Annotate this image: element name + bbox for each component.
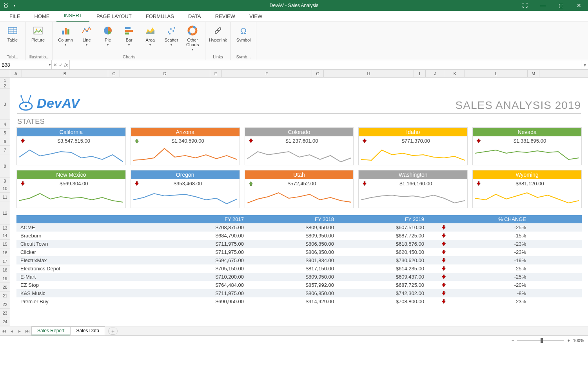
row-header[interactable]: 24 [0,317,10,326]
svg-marker-43 [21,181,25,186]
row-header[interactable]: 1 [0,78,10,83]
tab-nav-first-icon[interactable]: ⏮ [0,328,8,334]
cancel-formula-icon[interactable]: ✕ [53,62,57,68]
state-amount: $953,468.00 [140,181,236,186]
devav-logo: DevAV [17,94,80,112]
sheet-tab[interactable]: Sales Data [70,326,105,335]
minimize-button[interactable]: ― [534,0,552,11]
zoom-out-button[interactable]: − [512,338,514,343]
column-header[interactable]: I [414,70,426,77]
formula-input[interactable] [70,60,581,69]
spreadsheet-grid[interactable]: 123456789101112131415161718192021222324 … [0,78,588,326]
cell-fy2017: $708,875.00 [158,224,248,231]
tab-nav-prev-icon[interactable]: ◂ [8,328,16,334]
maximize-button[interactable]: ▢ [552,0,570,11]
column-header[interactable]: E [210,70,222,77]
row-header[interactable]: 15 [0,240,10,248]
column-header[interactable]: F [222,70,312,77]
qat-dropdown-icon[interactable]: ▾ [11,2,18,9]
ribbon-other-charts-button[interactable]: OtherCharts▾ [183,24,202,52]
row-header[interactable]: 17 [0,257,10,266]
row-header[interactable]: 5 [0,129,10,137]
row-header[interactable]: 9 [0,178,10,184]
column-header[interactable]: K [445,70,465,77]
row-header[interactable]: 12 [0,201,10,225]
ribbon-column-button[interactable]: Column▾ [56,24,75,47]
column-header[interactable]: J [426,70,445,77]
zoom-level[interactable]: 100% [573,338,584,343]
trend-down-icon [20,181,25,186]
ribbon-tab-insert[interactable]: INSERT [56,10,89,22]
ribbon-table-button[interactable]: Table [3,24,22,43]
sheet-tab[interactable]: Sales Report [31,326,70,335]
cell-fy2017: $711,975.00 [158,241,248,247]
state-card: California$3,547,515.00 [16,127,126,165]
row-header[interactable]: 13 [0,225,10,231]
table-row: ACME$708,875.00$809,950.00$607,510.00-25… [16,223,582,232]
close-button[interactable]: ✕ [570,0,588,11]
cell-fy2017: $705,150.00 [158,265,248,272]
ribbon-tab-page-layout[interactable]: PAGE LAYOUT [89,11,139,22]
cell-fy2019: $620,450.00 [338,249,428,255]
fx-icon[interactable]: fx [64,62,68,68]
new-sheet-button[interactable]: + [108,328,118,335]
select-all-cell[interactable] [0,70,10,77]
zoom-slider[interactable] [517,340,564,341]
column-header[interactable]: B [22,70,108,77]
ribbon-display-options-icon[interactable]: ⛶ [516,0,534,11]
ribbon-hyperlink-button[interactable]: Hyperlink [209,24,227,43]
row-header[interactable]: 23 [0,309,10,317]
ribbon-tab-review[interactable]: REVIEW [208,11,242,22]
cell-fy2018: $809,950.00 [248,224,338,231]
ribbon-picture-button[interactable]: Picture [29,24,47,43]
column-header[interactable]: A [10,70,22,77]
row-header[interactable]: 22 [0,300,10,309]
svg-rect-10 [62,31,64,34]
column-header[interactable]: M [528,70,539,77]
trend-down-icon [428,232,459,239]
ribbon-group-caption: Illustratio... [29,54,49,59]
ribbon-tabs: FILEHOMEINSERTPAGE LAYOUTFORMULASDATAREV… [0,11,588,22]
row-header[interactable]: 19 [0,274,10,283]
row-header[interactable]: 16 [0,248,10,257]
row-header[interactable]: 6 [0,137,10,146]
ribbon-tab-data[interactable]: DATA [181,11,208,22]
state-value-row: $1,237,601.00 [245,136,354,145]
ribbon-scatter-button[interactable]: Scatter▾ [162,24,181,47]
row-header[interactable]: 7 [0,146,10,154]
row-header[interactable]: 18 [0,266,10,274]
row-header[interactable]: 3 [0,89,10,120]
enter-formula-icon[interactable]: ✓ [59,62,63,68]
ribbon-tab-view[interactable]: VIEW [242,11,269,22]
ribbon-line-button[interactable]: Line▾ [77,24,96,47]
row-header[interactable]: 20 [0,283,10,292]
tab-nav-next-icon[interactable]: ▸ [16,328,24,334]
name-box-dropdown-icon[interactable]: ▾ [49,63,51,67]
column-header[interactable]: G [312,70,324,77]
ribbon-symbol-button[interactable]: ΩSymbol [234,24,253,43]
column-header[interactable]: H [324,70,414,77]
ribbon-bar-button[interactable]: Bar▾ [120,24,138,47]
svg-point-26 [169,33,171,34]
column-header[interactable]: D [120,70,210,77]
row-header[interactable]: 11 [0,193,10,201]
row-header[interactable]: 2 [0,83,10,89]
row-header[interactable]: 14 [0,231,10,240]
row-header[interactable]: 21 [0,292,10,300]
row-header[interactable]: 10 [0,184,10,193]
column-header[interactable]: L [465,70,528,77]
column-header[interactable]: C [108,70,120,77]
name-box[interactable]: B38 ▾ [0,60,52,69]
ribbon-pie-button[interactable]: Pie▾ [98,24,117,47]
formula-expand-icon[interactable]: ▾ [581,60,588,69]
svg-marker-39 [135,139,139,143]
row-header[interactable]: 8 [0,154,10,178]
tab-nav-last-icon[interactable]: ⏭ [24,328,31,334]
ribbon-tab-formulas[interactable]: FORMULAS [139,11,181,22]
ribbon-tab-file[interactable]: FILE [2,11,27,22]
dropdown-caret-icon: ▾ [171,43,172,47]
ribbon-tab-home[interactable]: HOME [27,11,56,22]
zoom-in-button[interactable]: + [567,338,570,343]
row-header[interactable]: 4 [0,120,10,129]
ribbon-area-button[interactable]: Area▾ [141,24,160,47]
